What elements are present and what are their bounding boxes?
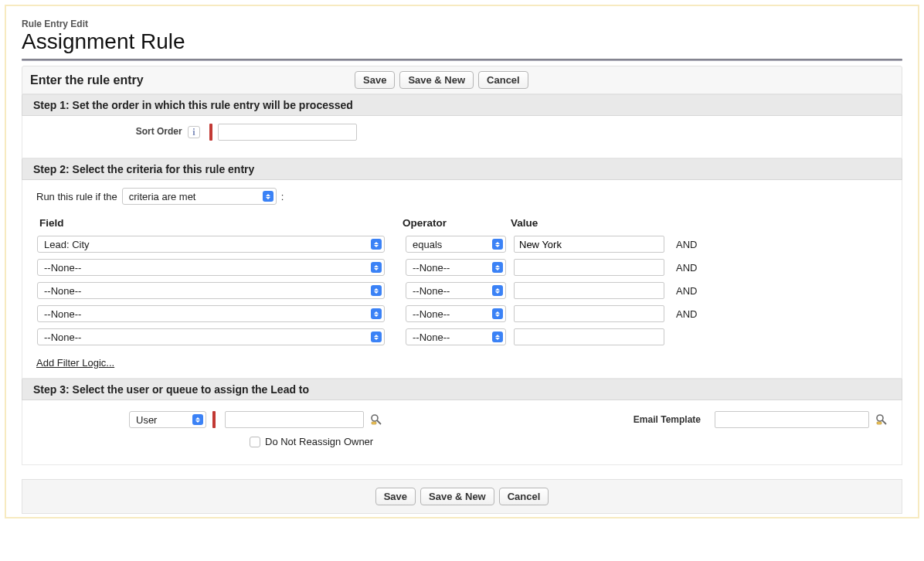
chevron-updown-icon	[492, 308, 503, 319]
criteria-row: Lead: CityequalsAND	[36, 235, 701, 253]
save-button[interactable]: Save	[375, 488, 416, 505]
chevron-updown-icon	[492, 285, 503, 296]
svg-point-0	[372, 415, 378, 421]
svg-point-3	[877, 415, 883, 421]
run-rule-line: Run this rule if the criteria are met :	[36, 185, 888, 212]
col-operator: Operator	[399, 217, 508, 230]
email-template-label: Email Template	[634, 414, 708, 425]
col-field: Field	[36, 217, 399, 230]
chevron-updown-icon	[371, 239, 382, 250]
chevron-updown-icon	[492, 332, 503, 342]
lookup-icon[interactable]	[875, 413, 888, 426]
chevron-updown-icon	[192, 414, 203, 425]
step2-header: Step 2: Select the criteria for this rul…	[22, 158, 902, 180]
save-and-new-button[interactable]: Save & New	[399, 71, 474, 89]
assign-to-input[interactable]	[225, 411, 364, 428]
criteria-value-input[interactable]	[514, 328, 664, 345]
criteria-field-select[interactable]: --None--	[37, 328, 385, 345]
criteria-field-select[interactable]: Lead: City	[37, 236, 385, 253]
criteria-operator-value: --None--	[413, 285, 450, 297]
step1-header: Step 1: Set the order in which this rule…	[22, 94, 902, 116]
add-filter-logic-link[interactable]: Add Filter Logic...	[36, 357, 114, 369]
page-subtitle: Rule Entry Edit	[22, 19, 902, 29]
cancel-button[interactable]: Cancel	[499, 488, 549, 505]
run-rule-prefix: Run this rule if the	[36, 191, 117, 202]
header-divider	[22, 59, 902, 61]
criteria-operator-select[interactable]: --None--	[406, 259, 506, 276]
info-icon[interactable]: i	[188, 126, 200, 138]
do-not-reassign-label: Do Not Reassign Owner	[265, 436, 373, 447]
criteria-and-label: AND	[665, 304, 701, 323]
criteria-value-input[interactable]	[514, 305, 664, 322]
do-not-reassign-checkbox[interactable]	[250, 437, 260, 447]
lookup-icon[interactable]	[370, 413, 382, 426]
criteria-row: --None----None--	[36, 328, 701, 346]
email-template-input[interactable]	[715, 411, 869, 428]
chevron-updown-icon	[371, 332, 382, 342]
criteria-and-label: AND	[665, 258, 701, 277]
criteria-operator-value: --None--	[413, 308, 450, 320]
svg-rect-2	[372, 422, 376, 424]
chevron-updown-icon	[371, 285, 382, 296]
svg-line-4	[882, 420, 886, 424]
sort-order-label-text: Sort Order	[136, 126, 182, 137]
criteria-operator-value: --None--	[413, 262, 450, 274]
step2-body: Run this rule if the criteria are met : …	[22, 180, 902, 379]
run-rule-colon: :	[281, 191, 284, 202]
do-not-reassign-row: Do Not Reassign Owner	[36, 431, 888, 447]
criteria-table: Field Operator Value Lead: CityequalsAND…	[36, 212, 701, 351]
assign-row: User Email Template	[36, 408, 888, 431]
svg-line-1	[377, 420, 381, 424]
criteria-field-value: --None--	[44, 285, 81, 297]
assign-type-select[interactable]: User	[129, 411, 206, 428]
bottom-button-row: Save Save & New Cancel	[22, 479, 902, 514]
save-and-new-button[interactable]: Save & New	[420, 488, 494, 505]
page-title: Assignment Rule	[22, 29, 902, 54]
criteria-operator-select[interactable]: --None--	[406, 328, 506, 345]
criteria-operator-value: --None--	[413, 332, 450, 343]
chevron-updown-icon	[492, 239, 503, 250]
cancel-button[interactable]: Cancel	[478, 71, 528, 89]
save-button[interactable]: Save	[355, 71, 395, 89]
criteria-field-select[interactable]: --None--	[37, 282, 385, 299]
top-button-row: Save Save & New Cancel	[355, 71, 528, 89]
step1-body: Sort Order i	[22, 116, 902, 158]
step3-header: Step 3: Select the user or queue to assi…	[22, 379, 902, 400]
criteria-value-input[interactable]	[514, 236, 664, 253]
assign-type-value: User	[136, 414, 157, 426]
criteria-value-input[interactable]	[514, 259, 664, 276]
criteria-value-input[interactable]	[514, 282, 664, 299]
criteria-and-label: AND	[665, 281, 701, 300]
chevron-updown-icon	[263, 191, 273, 202]
criteria-row: --None----None--AND	[36, 281, 701, 300]
col-value: Value	[508, 217, 665, 230]
criteria-and-label	[665, 328, 701, 346]
criteria-row: --None----None--AND	[36, 304, 701, 323]
criteria-operator-select[interactable]: --None--	[406, 282, 506, 299]
criteria-field-value: --None--	[44, 262, 81, 274]
required-indicator	[212, 411, 216, 428]
enter-rule-bar: Enter the rule entry Save Save & New Can…	[22, 66, 902, 94]
chevron-updown-icon	[492, 262, 503, 273]
criteria-and-label: AND	[665, 235, 701, 253]
criteria-field-value: --None--	[44, 332, 81, 343]
chevron-updown-icon	[371, 262, 382, 273]
criteria-field-select[interactable]: --None--	[37, 305, 385, 322]
criteria-operator-select[interactable]: --None--	[406, 305, 506, 322]
criteria-operator-select[interactable]: equals	[406, 236, 506, 253]
step3-body: User Email Template Do Not Reassign Owne…	[22, 400, 902, 465]
criteria-row: --None----None--AND	[36, 258, 701, 277]
criteria-field-select[interactable]: --None--	[37, 259, 385, 276]
chevron-updown-icon	[371, 308, 382, 319]
required-indicator	[209, 124, 212, 141]
sort-order-input[interactable]	[218, 124, 357, 141]
page-frame: Rule Entry Edit Assignment Rule Enter th…	[5, 5, 919, 518]
sort-order-label: Sort Order i	[36, 126, 206, 138]
run-rule-select[interactable]: criteria are met	[122, 188, 277, 205]
criteria-field-value: --None--	[44, 308, 81, 320]
criteria-operator-value: equals	[413, 239, 442, 250]
run-rule-select-value: criteria are met	[129, 191, 196, 202]
svg-rect-5	[877, 422, 882, 424]
criteria-field-value: Lead: City	[44, 239, 90, 250]
enter-rule-heading: Enter the rule entry	[30, 73, 355, 87]
